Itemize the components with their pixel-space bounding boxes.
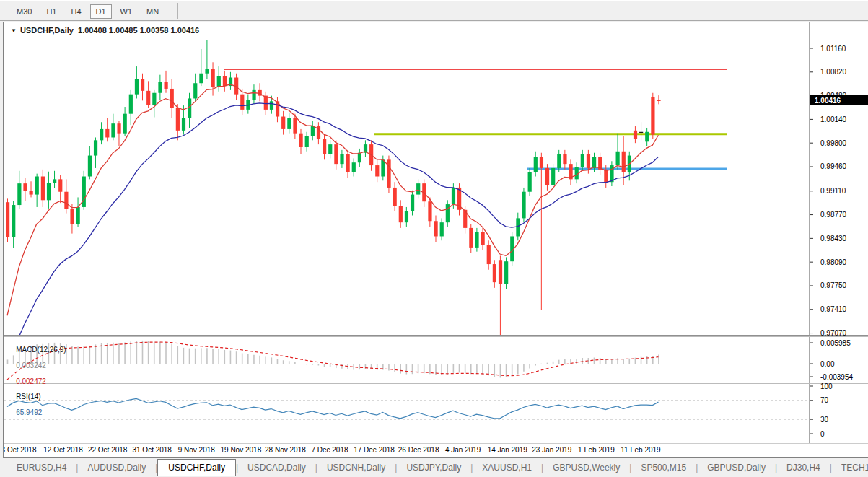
candle [217,76,221,87]
svg-text:0.99110: 0.99110 [820,187,846,195]
candle [346,154,350,172]
chart-ohlc-values: 1.00408 1.00485 1.00358 1.00416 [78,26,199,35]
timeframe-button-mn[interactable]: MN [141,4,165,19]
candle [293,118,297,133]
svg-text:1.01160: 1.01160 [820,45,846,53]
candle [540,157,543,167]
rsi-value: 65.9492 [16,408,42,416]
svg-text:31 Oct 2018: 31 Oct 2018 [132,446,172,454]
candle [182,118,185,130]
candle [240,95,244,110]
candle [223,76,227,87]
candle [141,79,144,90]
timeframe-button-h4[interactable]: H4 [65,4,87,19]
candle [211,69,215,87]
candle [428,201,431,221]
candle [493,264,496,282]
svg-text:0.98090: 0.98090 [820,258,847,266]
candle [165,82,168,89]
svg-text:1 Feb 2019: 1 Feb 2019 [578,446,615,454]
candle [281,117,285,129]
candle [645,132,649,142]
candle [581,154,584,167]
svg-text:70: 70 [820,396,829,404]
candle [475,232,478,248]
candle [76,207,80,224]
candle [639,132,643,133]
candle [545,168,549,185]
tab-gbpusd-weekly[interactable]: GBPUSD,Weekly [543,460,629,476]
tab-usdchf-daily[interactable]: USDCHF,Daily [157,459,236,476]
current-price-badge: 1.00416 [815,97,841,105]
candle [64,192,68,209]
candle [146,91,150,105]
tab-dj30-h4[interactable]: DJ30,H4 [777,460,830,476]
svg-text:12 Oct 2018: 12 Oct 2018 [43,446,83,454]
candle [516,218,520,236]
candle [305,136,309,147]
timeframe-toolbar: M30H1H4D1W1MN [0,0,868,21]
toolbar-divider [177,3,178,19]
timeframe-button-m30[interactable]: M30 [11,4,38,19]
candle [30,191,33,195]
svg-text:-0.003954: -0.003954 [820,373,853,381]
candle [299,134,303,147]
candle [170,89,174,108]
candle [17,183,21,205]
candle [446,204,450,222]
tab-usdcnh-daily[interactable]: USDCNH,Daily [317,460,395,476]
candle [311,126,315,136]
rsi-name: RSI(14) [16,393,40,401]
candle [94,140,97,155]
svg-text:23 Jan 2019: 23 Jan 2019 [532,446,571,454]
candle [634,131,637,139]
candle [499,260,502,284]
svg-text:28 Nov 2018: 28 Nov 2018 [265,446,306,454]
candle [622,152,626,172]
tab-gbpusd-daily[interactable]: GBPUSD,Daily [698,460,775,476]
candle [557,154,561,168]
candle [6,202,9,237]
tab-eurusd-h4[interactable]: EURUSD,H4 [7,460,76,476]
candle [452,188,455,204]
timeframe-button-d1[interactable]: D1 [90,4,112,19]
svg-text:9 Nov 2018: 9 Nov 2018 [178,446,216,454]
candle [12,205,15,237]
tab-usdjpy-daily[interactable]: USDJPY,Daily [397,460,470,476]
svg-text:0.98770: 0.98770 [820,211,847,219]
tab-audusd-daily[interactable]: AUDUSD,Daily [78,460,155,476]
candle [551,168,555,185]
candle [340,154,343,165]
macd-main-value: 0.003242 [16,362,46,369]
tab-usdcad-daily[interactable]: USDCAD,Daily [238,460,315,476]
candle [334,144,338,164]
svg-text:22 Oct 2018: 22 Oct 2018 [88,446,128,454]
candle [70,209,74,224]
timeframe-button-w1[interactable]: W1 [115,4,139,19]
candle [387,159,390,188]
candle [434,221,437,236]
price-chart-canvas[interactable]: 1.011601.008201.004801.001400.998000.994… [4,22,868,457]
candle [252,90,255,100]
candle [616,152,620,165]
candle [41,177,45,201]
candle [152,93,156,105]
candle [176,108,180,131]
svg-text:30: 30 [820,416,829,424]
svg-text:3 Oct 2018: 3 Oct 2018 [4,446,37,454]
candle [504,261,508,284]
candle [323,139,326,154]
svg-text:0.99800: 0.99800 [820,139,847,147]
macd-name: MACD(12,26,9) [16,346,66,354]
tab-xauusd-h1[interactable]: XAUUSD,H1 [473,460,541,476]
svg-text:0.97750: 0.97750 [820,281,847,289]
candle [352,162,356,172]
timeframe-button-h1[interactable]: H1 [40,4,62,19]
candle [522,192,525,219]
svg-text:0.97410: 0.97410 [820,305,847,313]
chart-title: ▼ USDCHF,Daily 1.00408 1.00485 1.00358 1… [11,26,199,35]
tab-tech100-h1[interactable]: TECH100,H1 [832,460,868,476]
candle [88,156,92,177]
candle [534,157,538,172]
tab-sp500-m15[interactable]: SP500,M15 [631,460,696,476]
